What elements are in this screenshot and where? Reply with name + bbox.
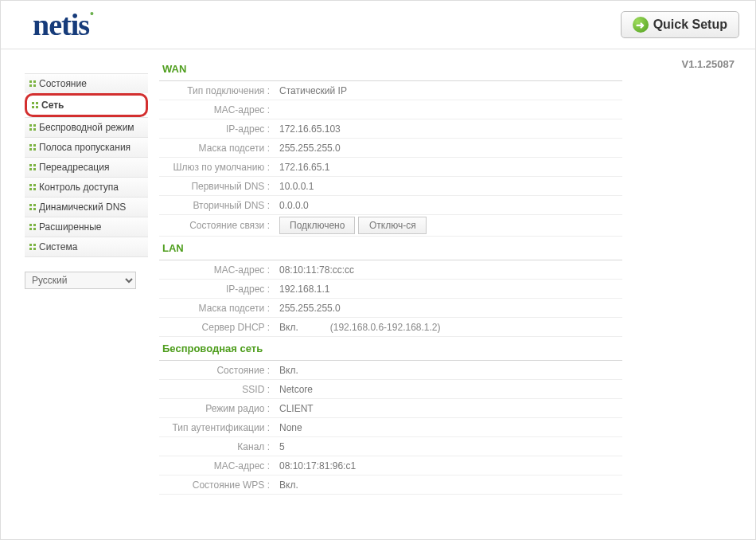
field-label: MAC-адрес :	[159, 104, 275, 115]
field-label: IP-адрес :	[159, 123, 275, 135]
field-value: Вкл.	[275, 479, 298, 491]
dhcp-state: Вкл.	[279, 322, 298, 333]
dhcp-range: (192.168.0.6-192.168.1.2)	[330, 322, 441, 333]
field-label: Сервер DHCP :	[159, 322, 275, 333]
logo-text: netis	[33, 8, 89, 41]
field-value: 172.16.65.1	[275, 162, 329, 173]
field-label: Состояние связи :	[159, 220, 275, 231]
language-select[interactable]: Русский	[25, 272, 136, 289]
connected-button[interactable]: Подключено	[279, 217, 355, 234]
field-label: Канал :	[159, 441, 275, 452]
grid-icon	[29, 144, 36, 151]
field-value: 08:10:17:81:96:c1	[275, 460, 356, 472]
quick-setup-button[interactable]: ➜ Quick Setup	[621, 11, 739, 38]
sidebar-item-label: Контроль доступа	[39, 182, 119, 193]
wlan-auth-row: Тип аутентификации :None	[159, 418, 622, 437]
wan-mac-row: MAC-адрес :	[159, 100, 622, 119]
field-value: 172.16.65.103	[275, 123, 341, 135]
wan-link-row: Состояние связи : Подключено Отключ-ся	[159, 215, 622, 237]
lan-mac-row: MAC-адрес :08:10:11:78:cc:cc	[159, 260, 622, 280]
field-label: Шлюз по умолчанию :	[159, 162, 275, 173]
field-label: Маска подсети :	[159, 303, 275, 314]
sidebar-item-label: Состояние	[39, 78, 87, 89]
field-value: 192.168.1.1	[275, 284, 329, 295]
grid-icon	[29, 124, 36, 131]
sidebar-item-network[interactable]: Сеть	[25, 93, 148, 117]
field-label: Состояние WPS :	[159, 479, 275, 491]
wan-dns1-row: Первичный DNS :10.0.0.1	[159, 177, 622, 196]
grid-icon	[29, 244, 36, 250]
field-value: Вкл.	[275, 365, 298, 376]
field-label: Вторичный DNS :	[159, 200, 275, 211]
field-label: SSID :	[159, 384, 275, 395]
sidebar-item-bandwidth[interactable]: Полоса пропускания	[25, 137, 148, 157]
field-label: Первичный DNS :	[159, 181, 275, 192]
field-label: Тип аутентификации :	[159, 422, 275, 433]
sidebar-item-access[interactable]: Контроль доступа	[25, 177, 148, 197]
sidebar-item-label: Расширенные	[39, 221, 102, 233]
wlan-mac-row: MAC-адрес :08:10:17:81:96:c1	[159, 456, 622, 475]
wan-dns2-row: Вторичный DNS :0.0.0.0	[159, 196, 622, 215]
field-label: IP-адрес :	[159, 284, 275, 295]
wan-gw-row: Шлюз по умолчанию :172.16.65.1	[159, 158, 622, 177]
wan-conn-type-row: Тип подключения :Статический IP	[159, 81, 622, 100]
quick-setup-label: Quick Setup	[653, 18, 727, 32]
sidebar-item-label: Переадресация	[39, 162, 109, 173]
grid-icon	[29, 184, 36, 190]
sidebar-item-forwarding[interactable]: Переадресация	[25, 157, 148, 177]
field-label: MAC-адрес :	[159, 460, 275, 472]
field-value: 5	[275, 441, 285, 452]
sidebar-item-advanced[interactable]: Расширенные	[25, 217, 148, 237]
sidebar-item-ddns[interactable]: Динамический DNS	[25, 197, 148, 217]
wan-ip-row: IP-адрес :172.16.65.103	[159, 119, 622, 139]
field-value: 255.255.255.0	[275, 143, 341, 154]
grid-icon	[32, 102, 38, 108]
sidebar-item-wireless[interactable]: Беспроводной режим	[25, 117, 148, 137]
field-label: Маска подсети :	[159, 143, 275, 154]
sidebar-item-label: Беспроводной режим	[39, 122, 134, 133]
main-content: WAN Тип подключения :Статический IP MAC-…	[148, 49, 633, 511]
field-value: Статический IP	[275, 85, 347, 96]
grid-icon	[29, 164, 36, 170]
field-value: 0.0.0.0	[275, 200, 309, 211]
grid-icon	[29, 224, 36, 230]
field-value: 08:10:11:78:cc:cc	[275, 264, 354, 276]
wlan-ssid-row: SSID :Netcore	[159, 380, 622, 399]
arrow-circle-icon: ➜	[633, 17, 649, 33]
sidebar-item-status[interactable]: Состояние	[25, 73, 148, 93]
wlan-state-row: Состояние :Вкл.	[159, 361, 622, 380]
field-value: 255.255.255.0	[275, 303, 341, 314]
lan-ip-row: IP-адрес :192.168.1.1	[159, 280, 622, 299]
sidebar-item-label: Полоса пропускания	[39, 142, 131, 153]
disconnect-button[interactable]: Отключ-ся	[358, 217, 427, 234]
field-label: Режим радио :	[159, 403, 275, 414]
field-value: Вкл. (192.168.0.6-192.168.1.2)	[275, 322, 441, 333]
wlan-chan-row: Канал :5	[159, 437, 622, 456]
link-buttons: Подключено Отключ-ся	[275, 217, 427, 234]
lan-section-title: LAN	[159, 237, 622, 260]
sidebar-item-label: Динамический DNS	[39, 202, 126, 213]
grid-icon	[29, 204, 36, 210]
grid-icon	[29, 80, 36, 87]
sidebar-item-system[interactable]: Система	[25, 237, 148, 257]
wlan-wps-row: Состояние WPS :Вкл.	[159, 475, 622, 495]
field-value: Netcore	[275, 384, 313, 395]
field-value: CLIENT	[275, 403, 314, 414]
firmware-version: V1.1.25087	[681, 58, 735, 70]
wlan-radio-row: Режим радио :CLIENT	[159, 399, 622, 418]
field-label: MAC-адрес :	[159, 264, 275, 276]
sidebar-item-label: Система	[39, 241, 77, 252]
logo-dot-icon: •	[90, 8, 93, 20]
field-value: 10.0.0.1	[275, 181, 314, 192]
wan-mask-row: Маска подсети :255.255.255.0	[159, 139, 622, 158]
field-label: Состояние :	[159, 365, 275, 376]
field-value: None	[275, 422, 302, 433]
wlan-section-title: Беспроводная сеть	[159, 337, 622, 361]
field-label: Тип подключения :	[159, 85, 275, 96]
lan-dhcp-row: Сервер DHCP : Вкл. (192.168.0.6-192.168.…	[159, 318, 622, 337]
lan-mask-row: Маска подсети :255.255.255.0	[159, 299, 622, 318]
logo: netis•	[33, 7, 92, 42]
sidebar-item-label: Сеть	[41, 100, 64, 111]
sidebar: Состояние Сеть Беспроводной режим Полоса…	[1, 49, 148, 289]
header: netis• ➜ Quick Setup	[1, 1, 755, 49]
